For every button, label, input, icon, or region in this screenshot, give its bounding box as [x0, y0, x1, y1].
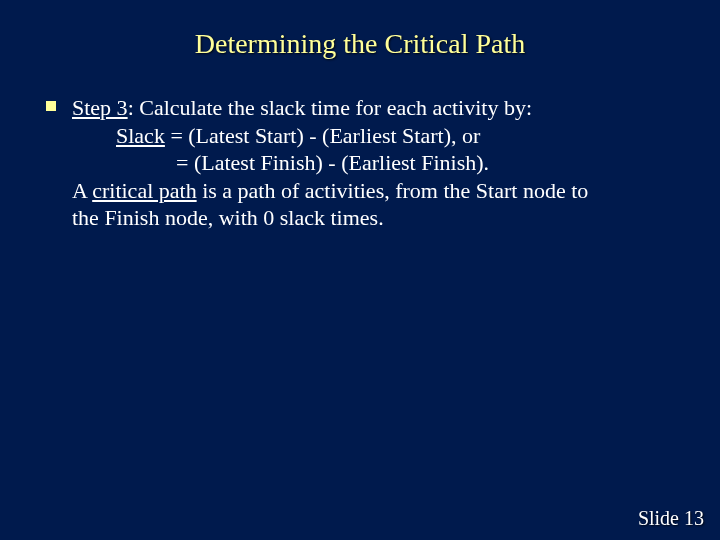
critical-path-label: critical path — [92, 178, 196, 203]
line-2-rest: = (Latest Start) - (Earliest Start), or — [165, 123, 480, 148]
footer-number: 13 — [684, 507, 704, 529]
line-4: A critical path is a path of activities,… — [72, 177, 672, 205]
line-1-rest: : Calculate the slack time for each acti… — [128, 95, 532, 120]
line-3: = (Latest Finish) - (Earliest Finish). — [72, 149, 672, 177]
slide-title: Determining the Critical Path — [0, 0, 720, 60]
bullet-icon — [46, 101, 56, 111]
footer-label: Slide — [638, 507, 679, 529]
line-5: the Finish node, with 0 slack times. — [72, 204, 672, 232]
slack-label: Slack — [116, 123, 165, 148]
line-2: Slack = (Latest Start) - (Earliest Start… — [72, 122, 672, 150]
line-1: Step 3: Calculate the slack time for eac… — [72, 94, 672, 122]
line-4-pre: A — [72, 178, 92, 203]
line-4-post: is a path of activities, from the Start … — [197, 178, 589, 203]
bullet-block: Step 3: Calculate the slack time for eac… — [72, 94, 672, 232]
slide-content: Step 3: Calculate the slack time for eac… — [72, 94, 672, 232]
slide-footer: Slide 13 — [638, 507, 704, 530]
step-label: Step 3 — [72, 95, 128, 120]
